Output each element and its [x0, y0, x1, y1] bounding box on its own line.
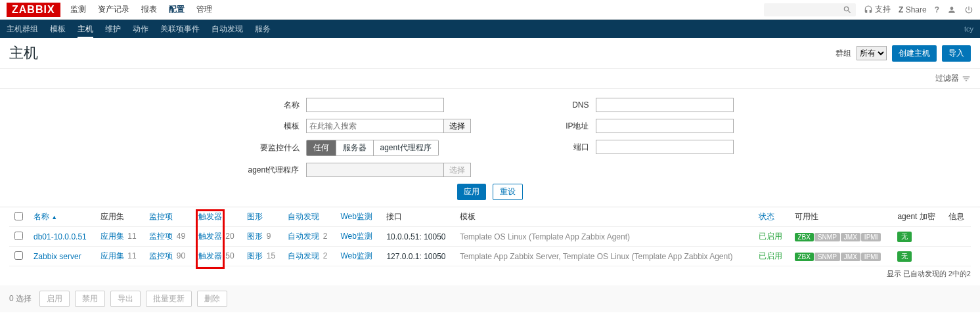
- user-icon[interactable]: [947, 5, 956, 14]
- items-link[interactable]: 监控项: [149, 251, 173, 260]
- filter-port-input[interactable]: [596, 140, 734, 154]
- disable-button[interactable]: 禁用: [75, 291, 105, 307]
- row-checkbox[interactable]: [14, 232, 23, 240]
- subnav-item-correlation[interactable]: 关联项事件: [160, 20, 200, 39]
- status-link[interactable]: 已启用: [759, 232, 782, 241]
- filter-monitor-server[interactable]: 服务器: [336, 140, 374, 155]
- global-search[interactable]: [764, 3, 856, 16]
- filter-name-label: 名称: [247, 100, 306, 111]
- share-link[interactable]: Z Share: [899, 5, 927, 14]
- items-link[interactable]: 监控项: [149, 232, 173, 241]
- th-web[interactable]: Web监测: [340, 212, 372, 221]
- graphs-link[interactable]: 图形: [247, 251, 263, 260]
- filter-monitor-toggle: 任何 服务器 agent代理程序: [306, 140, 439, 156]
- discovery-link[interactable]: 自动发现: [288, 232, 319, 241]
- host-name-link[interactable]: Zabbix server: [33, 252, 81, 261]
- subnav-item-hostgroups[interactable]: 主机群组: [7, 20, 38, 39]
- filter-monitor-any[interactable]: 任何: [307, 140, 336, 155]
- delete-button[interactable]: 删除: [197, 291, 227, 307]
- subnav-user: tcy: [964, 21, 973, 37]
- encryption-badge: 无: [897, 232, 912, 242]
- topnav-item-configuration[interactable]: 配置: [169, 4, 185, 15]
- applications-count: 11: [127, 251, 136, 260]
- th-name[interactable]: 名称 ▲: [33, 212, 57, 221]
- group-select[interactable]: 所有: [857, 46, 887, 60]
- topnav-item-reports[interactable]: 报表: [141, 4, 157, 15]
- filter-agent-input: [306, 163, 444, 177]
- web-link[interactable]: Web监测: [340, 232, 372, 241]
- filter-dns-label: DNS: [537, 100, 596, 110]
- filter-toggle-button[interactable]: 过滤器: [935, 73, 971, 84]
- import-button[interactable]: 导入: [942, 45, 971, 62]
- graphs-link[interactable]: 图形: [247, 232, 263, 241]
- filter-template-label: 模板: [247, 121, 306, 132]
- table-footer: 显示 已自动发现的 2中的2: [0, 266, 980, 285]
- export-button[interactable]: 导出: [110, 291, 141, 307]
- hosts-table: 名称 ▲ 应用集 监控项 触发器 图形 自动发现 Web监测 接口 模板 状态 …: [9, 207, 971, 266]
- power-icon[interactable]: [964, 5, 973, 14]
- subnav: 主机群组 模板 主机 维护 动作 关联项事件 自动发现 服务 tcy: [0, 20, 980, 38]
- massupdate-button[interactable]: 批量更新: [146, 291, 192, 307]
- page-title: 主机: [9, 43, 38, 63]
- topnav-item-administration[interactable]: 管理: [196, 4, 212, 15]
- host-name-link[interactable]: db01-10.0.0.51: [33, 232, 87, 241]
- filter-toggle-bar: 过滤器: [0, 69, 980, 89]
- triggers-link[interactable]: 触发器: [198, 251, 222, 260]
- triggers-link[interactable]: 触发器: [198, 232, 222, 241]
- table-row: Zabbix server 应用集 11 监控项 90 触发器 50 图形 15…: [9, 247, 971, 266]
- subnav-item-actions[interactable]: 动作: [133, 20, 148, 39]
- topnav-item-inventory[interactable]: 资产记录: [98, 4, 129, 15]
- th-items[interactable]: 监控项: [149, 212, 173, 221]
- headset-icon: [864, 5, 873, 14]
- filter-template-select-button[interactable]: 选择: [443, 119, 471, 133]
- th-status[interactable]: 状态: [759, 212, 774, 221]
- filter-dns-input[interactable]: [596, 98, 734, 112]
- subnav-item-hosts[interactable]: 主机: [78, 20, 93, 39]
- th-discovery[interactable]: 自动发现: [288, 212, 319, 221]
- filter-name-input[interactable]: [306, 98, 444, 112]
- applications-link[interactable]: 应用集: [100, 251, 124, 260]
- filter-ip-input[interactable]: [596, 119, 734, 133]
- subnav-item-maintenance[interactable]: 维护: [105, 20, 121, 39]
- discovery-link[interactable]: 自动发现: [288, 251, 319, 260]
- graphs-count: 15: [267, 251, 275, 260]
- filter-ip-label: IP地址: [537, 121, 596, 132]
- status-link[interactable]: 已启用: [759, 251, 782, 260]
- topnav-menu: 监测 资产记录 报表 配置 管理: [70, 4, 212, 15]
- page-header: 主机 群组 所有 创建主机 导入: [0, 38, 980, 69]
- info-cell: [943, 247, 971, 266]
- filter-monitor-agent[interactable]: agent代理程序: [374, 140, 438, 155]
- filter-agent-label: agent代理程序: [247, 165, 306, 176]
- row-checkbox[interactable]: [14, 251, 23, 260]
- subnav-item-services[interactable]: 服务: [255, 20, 271, 39]
- topnav: ZABBIX 监测 资产记录 报表 配置 管理 支持 Z Share ?: [0, 0, 980, 20]
- th-graphs[interactable]: 图形: [247, 212, 263, 221]
- filter-template-input[interactable]: [306, 119, 444, 133]
- discovery-count: 2: [323, 251, 328, 260]
- th-triggers[interactable]: 触发器: [198, 212, 222, 221]
- subnav-item-discovery[interactable]: 自动发现: [212, 20, 243, 39]
- applications-link[interactable]: 应用集: [100, 232, 124, 241]
- subnav-item-templates[interactable]: 模板: [50, 20, 66, 39]
- encryption-badge: 无: [897, 251, 912, 262]
- create-host-button[interactable]: 创建主机: [892, 45, 937, 62]
- enable-button[interactable]: 启用: [39, 291, 70, 307]
- discovery-count: 2: [323, 232, 328, 241]
- topnav-right: 支持 Z Share ?: [764, 3, 973, 16]
- snmp-badge: SNMP: [814, 253, 840, 261]
- filter-agent-select-button: 选择: [443, 163, 471, 177]
- funnel-icon: [962, 74, 971, 83]
- info-cell: [943, 227, 971, 247]
- items-count: 49: [177, 232, 185, 241]
- help-icon[interactable]: ?: [935, 5, 939, 14]
- topnav-item-monitoring[interactable]: 监测: [70, 4, 86, 15]
- select-all-checkbox[interactable]: [14, 212, 23, 220]
- filter-apply-button[interactable]: 应用: [457, 184, 486, 200]
- filter-port-label: 端口: [537, 142, 596, 153]
- logo[interactable]: ZABBIX: [7, 3, 60, 17]
- th-availability: 可用性: [790, 207, 893, 227]
- web-link[interactable]: Web监测: [340, 251, 372, 260]
- filter-reset-button[interactable]: 重设: [493, 184, 523, 200]
- support-link[interactable]: 支持: [864, 4, 891, 15]
- triggers-count: 20: [225, 232, 234, 241]
